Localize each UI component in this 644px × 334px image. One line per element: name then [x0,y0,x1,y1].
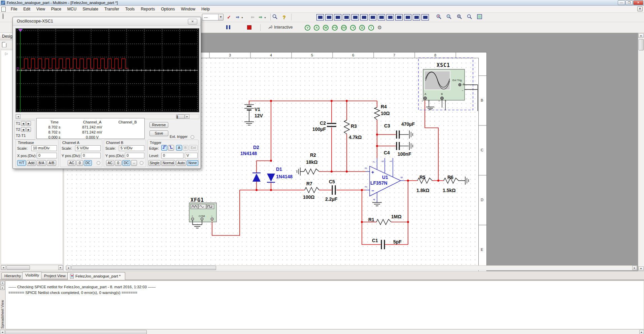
minimize-button[interactable]: — [618,0,625,5]
channel-b-ac-button[interactable]: AC [106,160,114,166]
component-mixed-icon[interactable] [386,14,394,21]
zoom-fit-icon[interactable] [467,14,473,20]
tab-hierarchy[interactable]: Hierarchy [1,272,24,279]
canvas-vscrollbar[interactable]: ▲ ▼ [638,33,644,271]
close-icon[interactable]: ✕ [188,19,197,25]
channel-b-ypos-field[interactable]: 0 [125,153,144,158]
yt-mode-button[interactable]: Y/T [17,160,26,166]
channel-a-ac-button[interactable]: AC [68,160,76,166]
menu-tools[interactable]: Tools [122,6,138,12]
scroll-left-icon[interactable]: ◄ [0,330,5,334]
zoom-in-icon[interactable] [436,14,442,20]
component-analog-icon[interactable] [351,14,359,21]
probe-voltage-current-icon[interactable]: AV [341,25,347,31]
scrollbar-thumb[interactable] [639,39,644,50]
tab-visibility[interactable]: Visibility [22,272,42,279]
component-misc-icon[interactable] [413,14,420,21]
canvas-hscrollbar[interactable]: ◄ ► [66,265,637,270]
chevron-down-icon[interactable]: ▼ [241,16,243,19]
scroll-left-icon[interactable]: ◄ [1,265,6,270]
channel-a-scale-field[interactable]: 5 V/Div [75,145,101,151]
channel-a-radio[interactable] [97,161,100,165]
ab-mode-button[interactable]: A/B [47,160,56,166]
trigger-ext-button[interactable]: Ext [189,145,198,151]
menu-view[interactable]: View [33,6,48,12]
component-power-icon[interactable] [404,14,411,21]
trigger-none-button[interactable]: None [187,160,198,166]
oscilloscope-window[interactable]: Oscilloscope-XSC1 ✕ ◄ ⦀ [12,17,201,169]
erc-check-icon[interactable]: ✓ [226,14,232,21]
document-tab[interactable]: FelezJoo_analogue_part * [67,272,125,280]
channel-a-dc-button[interactable]: DC [84,160,92,166]
scroll-left-icon[interactable]: ◄ [16,114,21,119]
expand-panel-icon[interactable]: ▸ [0,286,5,290]
component-transistor-icon[interactable] [343,14,350,21]
component-misc-digital-icon[interactable] [378,14,385,21]
trigger-auto-button[interactable]: Auto [176,160,186,166]
channel-a-zero-button[interactable]: 0 [76,160,83,166]
forward-annotate-icon[interactable]: ⇨ [257,14,264,21]
edge-rising-button[interactable] [161,145,167,151]
probe-clock-icon[interactable]: t [368,25,374,31]
tree-expander-icon[interactable]: ▷ [5,51,8,56]
stop-simulation-icon[interactable] [247,25,251,30]
component-cmos-icon[interactable] [369,14,376,21]
chevron-down-icon[interactable]: ▼ [264,16,266,19]
maximize-button[interactable]: ❐ [625,0,633,5]
design-toolbox-hscrollbar[interactable]: ◄ ► [1,265,63,270]
timebase-xpos-field[interactable]: 0 [37,153,57,158]
ext-trigger-radio[interactable] [191,135,194,139]
xfg1-waveform-buttons[interactable] [191,204,214,209]
scrollbar-thumb[interactable] [71,266,216,270]
scroll-left-icon[interactable]: ◄ [66,266,71,270]
reverse-button[interactable]: Reverse [149,122,168,128]
component-diode-icon[interactable] [334,14,341,21]
scroll-right-icon[interactable]: ► [632,266,637,270]
oscilloscope-titlebar[interactable]: Oscilloscope-XSC1 ✕ [13,17,201,26]
menu-edit[interactable]: Edit [20,6,33,12]
trigger-normal-button[interactable]: Normal [161,160,175,166]
probe-current-icon[interactable]: A [314,25,319,31]
pause-simulation-icon[interactable] [226,25,231,30]
component-basic-icon[interactable] [325,14,333,21]
results-log[interactable]: ------ Checking SPICE netlist for FelezJ… [5,281,644,329]
channel-b-zero-button[interactable]: 0 [115,160,122,166]
back-annotate-icon[interactable]: ⇦ [249,14,256,21]
channel-b-dc-button[interactable]: DC [122,160,130,166]
edge-falling-button[interactable] [168,145,174,151]
spreadsheet-hscrollbar[interactable]: ◄ ► [0,329,644,334]
menu-mcu[interactable]: MCU [64,6,79,12]
menu-transfer[interactable]: Transfer [101,6,122,12]
tab-project-view[interactable]: Project View [41,272,69,279]
close-button[interactable]: ✕ [633,0,643,5]
export-netlist-icon[interactable]: ⇨ [234,14,241,21]
channel-a-ypos-field[interactable]: 0 [81,153,101,158]
scrollbar-thumb[interactable] [6,265,30,270]
t1-left-icon[interactable]: ◀ [21,121,26,126]
trigger-b-button[interactable]: B [183,145,188,151]
timebase-scale-field[interactable]: 10 ms/Div [31,145,57,151]
scroll-down-icon[interactable]: ▼ [638,266,644,271]
component-indicator-icon[interactable] [395,14,403,21]
probe-diff-voltage-icon[interactable]: +V [332,25,338,31]
help-icon[interactable]: ? [281,14,287,21]
interactive-combo[interactable]: Interactive [268,25,293,30]
ba-mode-button[interactable]: B/A [37,160,46,166]
scroll-up-icon[interactable]: ▲ [638,33,644,38]
add-mode-button[interactable]: Add [27,160,36,166]
menu-options[interactable]: Options [158,6,178,12]
trigger-a-button[interactable]: A [176,145,182,151]
new-schematic-icon[interactable] [2,42,6,47]
channel-b-scale-field[interactable]: 5 V/Div [119,145,144,151]
chevron-down-icon[interactable]: ▼ [218,14,223,20]
save-button[interactable]: Save [149,131,168,136]
new-file-icon[interactable] [3,13,3,19]
t2-left-icon[interactable]: ◀ [21,127,26,132]
find-icon[interactable] [272,14,278,20]
scroll-right-icon[interactable]: ► [185,114,190,119]
menu-simulate[interactable]: Simulate [79,6,101,12]
scrollbar-thumb[interactable]: ⦀ [176,114,185,119]
scrollbar-thumb[interactable] [5,330,147,334]
component-ttl-icon[interactable] [360,14,368,21]
menu-reports[interactable]: Reports [138,6,158,12]
